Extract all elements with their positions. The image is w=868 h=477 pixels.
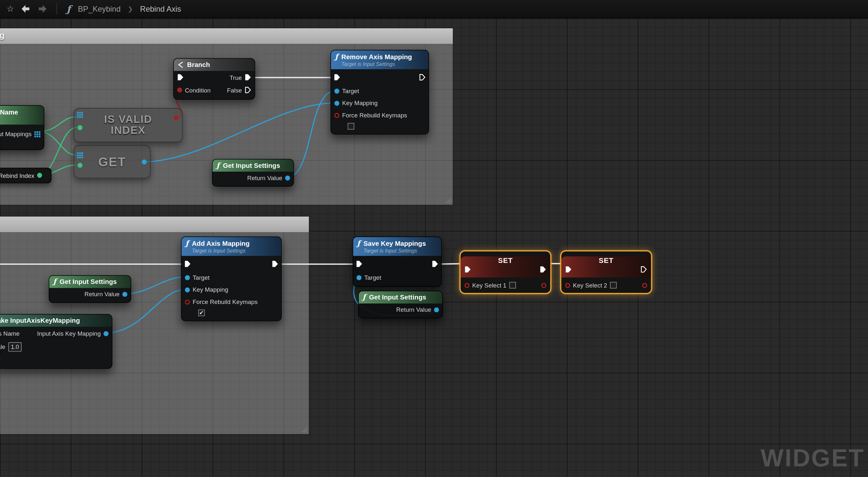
node-get-input-settings-1[interactable]: ƒ Get Input Settings Return Value [212,159,294,187]
node-get-input-settings-2[interactable]: ƒ Get Input Settings Return Value [49,275,131,303]
exec-in-pin[interactable] [184,260,191,267]
key-select-2-checkbox[interactable] [610,282,617,289]
comment-resize-handle[interactable] [301,426,308,433]
exec-out-pin[interactable] [419,73,426,81]
return-value-pin[interactable] [434,307,439,312]
key-mapping-pin[interactable] [185,287,190,292]
value-out-pin[interactable] [642,282,647,288]
exec-in-pin[interactable] [465,266,471,273]
comment-resize-handle[interactable] [445,197,452,204]
exec-false-pin[interactable] [245,86,251,93]
node-rebind-index-output[interactable]: Rebind Index [0,168,52,183]
node-title: Add Axis Mapping [192,240,250,247]
return-value-pin[interactable] [285,175,290,180]
return-value-pin[interactable] [122,292,127,297]
breadcrumb-toolbar: ☆ ƒ BP_Keybind ❯ Rebind Axis [0,0,868,19]
key-mapping-pin[interactable] [334,100,339,106]
pin-label: y [0,356,0,363]
node-make-inputaxiskeymapping[interactable]: ake InputAxisKeyMapping is Name Input Ax… [0,314,113,369]
exec-out-pin[interactable] [432,260,439,267]
node-subtitle: Target is Input Settings [363,247,426,254]
key-select-1-checkbox[interactable] [509,282,516,289]
node-key-name-partial[interactable]: y Name gs ut Mappings [0,105,44,150]
target-pin[interactable] [185,275,190,280]
node-is-valid-index[interactable]: IS VALID INDEX [74,108,183,142]
value-out-pin[interactable] [541,282,546,288]
pin-label: Force Rebuild Keymaps [342,112,407,119]
node-array-get[interactable]: GET [74,145,151,179]
pin-label: Return Value [396,306,431,313]
pin-label: Condition [185,87,211,93]
struct-out-pin[interactable] [103,331,108,336]
index-pin[interactable] [78,125,83,130]
node-save-key-mappings[interactable]: ƒ Save Key Mappings Target is Input Sett… [353,236,442,287]
force-rebuild-checkbox[interactable]: ✔ [198,309,205,316]
node-title-line2: INDEX [74,125,182,136]
pin-label: Input Axis Key Mapping [37,330,101,337]
array-pin[interactable] [77,152,83,158]
node-title: Remove Axis Mapping [341,53,412,61]
node-title: Save Key Mappings [363,240,426,247]
comment-title: g [0,30,4,40]
exec-in-pin[interactable] [565,266,572,273]
pin-label: Key Select 1 [472,282,506,289]
force-rebuild-pin[interactable] [334,113,339,117]
function-icon: ƒ [357,240,360,247]
pin-label: Key Select 2 [573,282,607,289]
pin-label: Target [193,274,210,281]
forward-arrow-icon[interactable] [38,4,47,13]
pin-label: ale [0,344,5,350]
breadcrumb-separator-icon: ❯ [128,5,133,12]
scale-value-input[interactable]: 1.0 [8,342,22,351]
node-get-input-settings-3[interactable]: ƒ Get Input Settings Return Value [358,291,443,319]
index-pin[interactable] [78,163,83,168]
node-subtitle: gs [0,116,18,123]
exec-true-pin[interactable] [245,74,251,81]
blueprint-editor: ☆ ƒ BP_Keybind ❯ Rebind Axis g [0,0,868,477]
pin-label: ut Mappings [0,131,32,138]
favorite-star-icon[interactable]: ☆ [7,4,14,14]
back-arrow-icon[interactable] [21,4,31,13]
pin-label: Force Rebuild Keymaps [193,298,258,305]
exec-in-pin[interactable] [334,73,341,81]
target-pin[interactable] [334,88,339,93]
key-select-2-pin[interactable] [565,282,570,288]
node-title: ake InputAxisKeyMapping [0,317,80,324]
breadcrumb-blueprint[interactable]: BP_Keybind [78,4,121,13]
node-set-key-select-2[interactable]: SET Key Select 2 [560,250,652,294]
function-icon: ƒ [363,294,366,301]
key-select-1-pin[interactable] [465,282,469,288]
node-branch[interactable]: Branch True Condition False [173,58,255,99]
exec-in-pin[interactable] [356,260,363,267]
array-pin[interactable] [77,112,83,118]
pin-label: Target [364,274,381,281]
breadcrumb-graph[interactable]: Rebind Axis [140,4,181,13]
exec-in-pin[interactable] [177,74,184,81]
graph-watermark: WIDGET [761,444,865,472]
exec-out-pin[interactable] [272,260,279,267]
exec-out-pin[interactable] [540,266,547,273]
int-out-pin[interactable] [37,173,42,178]
function-icon: ƒ [217,162,220,170]
bool-out-pin[interactable] [174,115,179,120]
item-out-pin[interactable] [142,159,147,164]
node-title: Get Input Settings [60,278,117,286]
pin-label: Return Value [84,291,120,298]
node-add-axis-mapping[interactable]: ƒ Add Axis Mapping Target is Input Setti… [181,236,282,321]
pin-label: Key Mapping [193,286,228,293]
pin-label: Target [342,88,359,94]
condition-pin[interactable] [177,88,182,92]
comment-header[interactable]: g [0,28,453,44]
comment-header[interactable] [0,217,309,232]
pin-label: Key Mapping [342,99,378,107]
branch-icon [178,61,184,68]
force-rebuild-pin[interactable] [185,299,190,304]
exec-out-pin[interactable] [641,266,647,273]
node-set-key-select-1[interactable]: SET Key Select 1 [459,250,551,294]
target-pin[interactable] [356,275,362,280]
force-rebuild-checkbox[interactable] [347,123,354,130]
pin-label: Return Value [247,174,283,181]
array-pin[interactable] [34,131,40,137]
node-remove-axis-mapping[interactable]: ƒ Remove Axis Mapping Target is Input Se… [331,50,429,135]
pin-label: False [227,87,242,93]
